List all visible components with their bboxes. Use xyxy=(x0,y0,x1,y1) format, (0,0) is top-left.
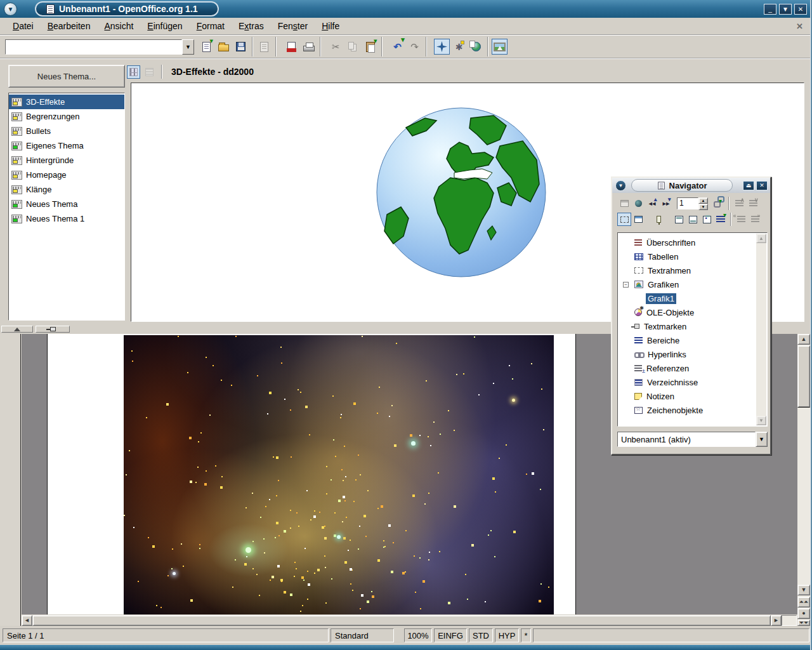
previous-page-button[interactable]: ⏶⏶ xyxy=(797,597,810,607)
close-button[interactable]: ✕ xyxy=(794,4,807,15)
navigator-close-button[interactable]: ✕ xyxy=(756,181,768,190)
save-button[interactable] xyxy=(233,39,249,55)
vertical-scrollbar[interactable]: ▲ xyxy=(797,334,810,614)
tree-scroll-down-button[interactable]: ▼ xyxy=(756,416,766,425)
footer-button[interactable] xyxy=(686,213,700,226)
theme-item-eigenes-thema[interactable]: Eigenes Thema xyxy=(9,138,124,153)
navigation-button[interactable] xyxy=(631,197,645,210)
status-insert-mode-field[interactable]: EINFG xyxy=(434,628,467,642)
open-button[interactable] xyxy=(216,39,232,55)
promote-level-button[interactable]: « xyxy=(734,213,748,226)
horizontal-scrollbar[interactable]: ◄ ► xyxy=(22,615,782,626)
theme-item-neues-thema-1[interactable]: Neues Thema 1 xyxy=(9,211,124,226)
status-pagestyle-field[interactable]: Standard xyxy=(331,628,394,642)
minimize-button[interactable]: _ xyxy=(764,4,776,15)
demote-chapter-button[interactable]: ∨ xyxy=(746,197,760,210)
navigator-window-menu-button[interactable]: ▼ xyxy=(615,180,626,191)
tree-item-zeichenobjekte[interactable]: Zeichenobjekte xyxy=(618,403,767,417)
status-selection-mode-field[interactable]: STD xyxy=(469,628,493,642)
hyperlink-dialog-button[interactable] xyxy=(468,39,484,55)
navigator-shade-button[interactable]: ⏏ xyxy=(743,181,754,190)
theme-item-3d-effekte[interactable]: 3D-Effekte xyxy=(9,95,124,109)
gallery-toggle-button[interactable] xyxy=(492,39,508,55)
tree-item-grafik1[interactable]: Grafik1 xyxy=(618,291,767,305)
status-page-field[interactable]: Seite 1 / 1 xyxy=(3,628,329,642)
maximize-button[interactable]: ▼ xyxy=(779,4,792,15)
tree-item-textrahmen[interactable]: Textrahmen xyxy=(618,263,767,277)
status-zoom-field[interactable]: 100% xyxy=(404,628,432,642)
theme-item-homepage[interactable]: Homepage xyxy=(9,168,124,182)
navigator-document-selector[interactable]: Unbenannt1 (aktiv) ▼ xyxy=(617,432,768,447)
menu-format[interactable]: Format xyxy=(190,19,231,33)
previous-button[interactable]: ◂◂▴ xyxy=(645,197,659,210)
menu-hilfe[interactable]: Hilfe xyxy=(315,19,346,33)
promote-chapter-button[interactable]: ∧ xyxy=(732,197,746,210)
demote-level-button[interactable]: » xyxy=(748,213,762,226)
undo-button[interactable]: ↶ xyxy=(390,39,405,55)
edit-file-button[interactable] xyxy=(256,39,272,55)
tree-item-grafiken[interactable]: −Grafiken xyxy=(618,277,767,291)
collapse-box-icon[interactable]: − xyxy=(623,282,629,288)
document-close-icon[interactable]: ✕ xyxy=(796,22,803,31)
theme-item-klaenge[interactable]: Klänge xyxy=(9,182,124,197)
cut-button[interactable]: ✂ xyxy=(328,39,344,55)
menu-bearbeiten[interactable]: Bearbeiten xyxy=(41,19,97,33)
horizontal-scrollbar-thumb[interactable] xyxy=(32,615,771,626)
theme-item-begrenzungen[interactable]: Begrenzungen xyxy=(9,109,124,124)
anchor-text-button[interactable] xyxy=(700,213,714,226)
scroll-left-button[interactable]: ◄ xyxy=(22,615,32,626)
menu-datei[interactable]: Datei xyxy=(6,19,40,33)
print-button[interactable] xyxy=(301,39,317,55)
menu-ansicht[interactable]: Ansicht xyxy=(98,19,140,33)
status-hyperlink-mode-field[interactable]: HYP xyxy=(495,628,519,642)
window-menu-button[interactable]: ▼ xyxy=(4,3,17,16)
page-spinbox-input[interactable] xyxy=(677,197,698,209)
menu-extras[interactable]: Extras xyxy=(232,19,270,33)
content-view-button[interactable] xyxy=(617,213,631,226)
navigator-title-bar[interactable]: ▼ Navigator ⏏ ✕ xyxy=(612,178,770,193)
tree-item-hyperlinks[interactable]: Hyperlinks xyxy=(618,347,767,361)
paste-button[interactable] xyxy=(362,39,378,55)
tree-item-bereiche[interactable]: Bereiche xyxy=(618,333,767,347)
url-combobox-input[interactable] xyxy=(5,39,182,55)
tree-item-notizen[interactable]: Notizen xyxy=(618,389,767,403)
vertical-scrollbar-thumb[interactable] xyxy=(797,345,810,408)
scroll-right-button[interactable]: ► xyxy=(771,615,782,626)
tree-item-textmarken[interactable]: Textmarken xyxy=(618,319,767,333)
menu-fenster[interactable]: Fenster xyxy=(272,19,314,33)
tree-item-ueberschriften[interactable]: Überschriften xyxy=(618,235,767,249)
theme-item-bullets[interactable]: Bullets xyxy=(9,124,124,138)
export-pdf-button[interactable] xyxy=(284,39,299,55)
next-page-button[interactable]: ⏷⏷ xyxy=(797,620,810,626)
new-theme-button[interactable]: Neues Thema... xyxy=(8,65,125,88)
set-reminder-button[interactable] xyxy=(652,213,665,226)
toggle-view-button[interactable] xyxy=(631,213,645,226)
header-button[interactable] xyxy=(672,213,686,226)
navigation-dot-button[interactable]: ● xyxy=(797,608,810,619)
page-spin-down-button[interactable]: ▼ xyxy=(698,204,708,210)
document-page[interactable] xyxy=(47,334,576,614)
menu-einfuegen[interactable]: Einfügen xyxy=(141,19,188,33)
splitter-collapse-button[interactable] xyxy=(1,326,33,333)
tree-scroll-up-button[interactable]: ▲ xyxy=(756,234,766,243)
tree-item-ole-objekte[interactable]: OLE-Objekte xyxy=(618,305,767,319)
nebula-image[interactable] xyxy=(124,335,554,614)
outline-levels-button[interactable] xyxy=(714,213,728,226)
theme-item-neues-thema[interactable]: Neues Thema xyxy=(9,197,124,211)
next-button[interactable]: ▸▸▾ xyxy=(659,197,673,210)
splitter-stick-button[interactable] xyxy=(36,326,70,333)
gallery-detail-view-button[interactable] xyxy=(143,65,156,79)
globe-3d-item[interactable] xyxy=(376,107,547,278)
toggle-button[interactable] xyxy=(617,197,631,210)
tree-item-verzeichnisse[interactable]: Verzeichnisse xyxy=(618,375,767,389)
redo-button[interactable]: ↷ xyxy=(407,39,422,55)
tree-item-referenzen[interactable]: Referenzen xyxy=(618,361,767,375)
gallery-icon-view-button[interactable] xyxy=(127,65,140,79)
copy-button[interactable] xyxy=(345,39,361,55)
stylist-toggle-button[interactable]: ✱ xyxy=(451,39,467,55)
scroll-down-button[interactable]: ▼ xyxy=(797,585,810,595)
drag-mode-button[interactable] xyxy=(712,197,726,210)
url-combobox-dropdown-button[interactable]: ▼ xyxy=(182,39,194,55)
tree-item-tabellen[interactable]: Tabellen xyxy=(618,249,767,263)
scroll-up-button[interactable]: ▲ xyxy=(797,334,810,345)
